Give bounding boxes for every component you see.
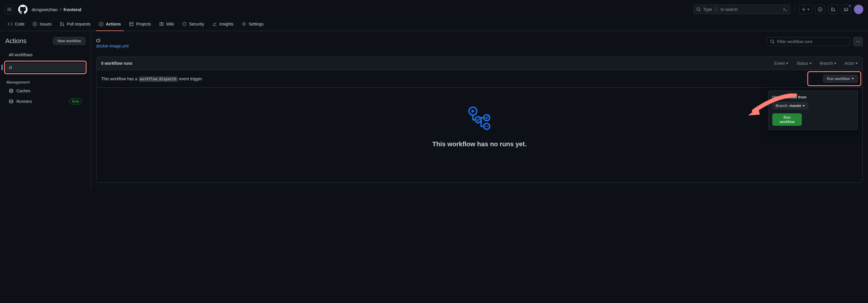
pull-requests-button[interactable] [828, 5, 838, 14]
cache-icon [9, 89, 13, 93]
svg-point-2 [819, 9, 821, 10]
play-icon [99, 22, 103, 26]
filter-status[interactable]: Status [797, 61, 812, 66]
sidebar-item-runners[interactable]: Runners Beta [5, 96, 85, 107]
main-content: ci docker-image.yml Filter workflow runs… [91, 31, 868, 189]
caret-down-icon [851, 78, 854, 79]
plus-icon [801, 7, 806, 12]
search-kbd: / [714, 7, 718, 12]
caret-down-icon [803, 105, 805, 107]
svg-point-5 [834, 10, 835, 11]
pull-request-icon [831, 7, 835, 12]
search-icon [696, 7, 701, 12]
caret-down-icon [834, 63, 836, 64]
tab-wiki[interactable]: Wiki [156, 19, 177, 31]
run-workflow-button[interactable]: Run workflow [772, 113, 802, 126]
breadcrumb-repo[interactable]: frontend [64, 7, 82, 12]
svg-point-19 [859, 41, 860, 42]
svg-point-0 [697, 8, 700, 10]
svg-point-9 [60, 25, 62, 26]
svg-point-23 [484, 123, 490, 129]
sidebar: Actions New workflow All workflows ci Ma… [0, 31, 91, 189]
tab-settings[interactable]: Settings [239, 19, 267, 31]
tab-security[interactable]: Security [179, 19, 207, 31]
caret-down-icon [807, 9, 810, 10]
filter-runs-input[interactable]: Filter workflow runs [767, 37, 850, 46]
dispatch-code: workflow_dispatch [138, 76, 178, 82]
svg-point-17 [856, 41, 857, 42]
issues-button[interactable] [815, 5, 825, 14]
book-icon [159, 22, 164, 26]
filter-actor[interactable]: Actor [844, 61, 858, 66]
search-input[interactable]: Type / to search [693, 5, 790, 14]
repo-nav: Code Issues Pull requests Actions Projec… [0, 19, 868, 31]
projects-icon [129, 22, 134, 26]
svg-point-13 [243, 24, 245, 25]
create-new-button[interactable] [799, 5, 812, 14]
beta-badge: Beta [69, 98, 82, 104]
popover-title: Use workflow from [772, 95, 853, 99]
tab-insights[interactable]: Insights [209, 19, 236, 31]
workflow-title: ci [96, 37, 128, 44]
svg-point-14 [10, 89, 13, 90]
workflow-menu-button[interactable] [853, 37, 863, 46]
svg-point-16 [771, 40, 774, 43]
svg-point-4 [831, 10, 833, 11]
notification-dot-icon [848, 4, 851, 7]
issue-icon [818, 7, 823, 12]
branch-select[interactable]: Branch: master [772, 102, 808, 109]
gear-icon [242, 22, 246, 26]
empty-state: This workflow has no runs yet. Use workf… [96, 88, 862, 182]
code-icon [8, 22, 12, 26]
svg-point-18 [858, 41, 859, 42]
runners-icon [9, 99, 13, 104]
kebab-icon [856, 39, 860, 44]
svg-point-7 [34, 24, 35, 25]
shield-icon [182, 22, 187, 26]
tab-projects[interactable]: Projects [126, 19, 154, 31]
svg-point-24 [485, 126, 486, 127]
svg-point-10 [63, 25, 64, 26]
filter-branch[interactable]: Branch [820, 61, 836, 66]
tab-pull-requests[interactable]: Pull requests [57, 19, 94, 31]
hamburger-icon [7, 7, 12, 12]
run-workflow-dropdown[interactable]: Run workflow [823, 75, 858, 82]
notifications-button[interactable] [841, 5, 851, 14]
runs-panel: 0 workflow runs Event Status Branch Acto… [96, 57, 863, 183]
caret-down-icon [856, 63, 858, 64]
workflow-file-link[interactable]: docker-image.yml [96, 44, 128, 48]
graph-icon [212, 22, 217, 26]
search-icon [770, 39, 775, 44]
filter-event[interactable]: Event [774, 61, 788, 66]
run-workflow-popover: Use workflow from Branch: master Run wor… [768, 91, 858, 130]
runs-count: 0 workflow runs [101, 61, 132, 66]
svg-point-8 [60, 22, 62, 24]
sidebar-item-all-workflows[interactable]: All workflows [5, 50, 85, 60]
svg-point-25 [487, 126, 488, 127]
caret-down-icon [786, 63, 788, 64]
inbox-icon [844, 7, 848, 12]
caret-down-icon [809, 63, 812, 64]
workflow-illustration-icon [466, 105, 493, 132]
tab-code[interactable]: Code [5, 19, 27, 31]
svg-rect-12 [130, 22, 133, 26]
new-workflow-button[interactable]: New workflow [53, 37, 85, 45]
command-palette-icon [783, 7, 788, 12]
dispatch-row: This workflow has a workflow_dispatch ev… [96, 70, 862, 88]
github-logo-icon[interactable] [18, 5, 28, 14]
breadcrumb: dongweizhao / frontend [32, 7, 81, 12]
sidebar-item-ci[interactable]: ci [6, 63, 85, 72]
highlight-annotation: ci [4, 61, 87, 74]
menu-button[interactable] [5, 5, 14, 14]
breadcrumb-owner[interactable]: dongweizhao [32, 7, 58, 12]
svg-point-3 [831, 8, 833, 9]
sidebar-title: Actions [5, 37, 26, 45]
tab-issues[interactable]: Issues [30, 19, 54, 31]
issue-icon [33, 22, 37, 26]
avatar[interactable] [854, 5, 863, 14]
tab-actions[interactable]: Actions [96, 19, 124, 31]
sidebar-section-management: Management [6, 80, 85, 85]
breadcrumb-separator: / [60, 7, 61, 12]
pull-request-icon [60, 22, 64, 26]
sidebar-item-caches[interactable]: Caches [5, 86, 85, 96]
